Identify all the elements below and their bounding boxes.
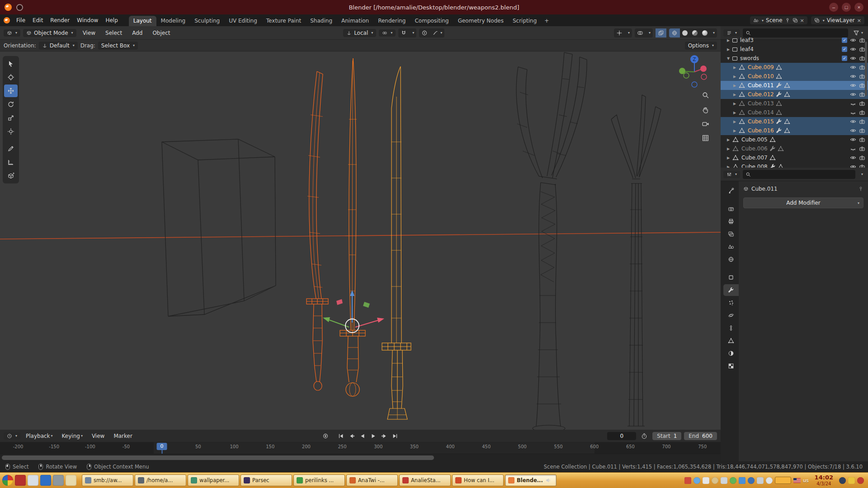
power-icon[interactable]	[857, 477, 864, 484]
disclosure-triangle[interactable]: ▶	[732, 75, 737, 79]
menu-edit[interactable]: Edit	[29, 16, 47, 25]
pin-scene-icon[interactable]	[785, 18, 790, 23]
eye-closed-icon[interactable]	[850, 145, 856, 152]
tab-layout[interactable]: Layout	[129, 16, 156, 26]
item-name[interactable]: Cube.009	[748, 64, 774, 70]
menu-help[interactable]: Help	[102, 16, 121, 25]
props-tab-constraints[interactable]	[723, 322, 739, 334]
camera-visibility-icon[interactable]	[859, 136, 865, 143]
menu-render[interactable]: Render	[47, 16, 73, 25]
toggle-xray-button[interactable]	[656, 28, 666, 38]
menu-playback[interactable]: Playback▾	[22, 432, 57, 441]
move-gizmo[interactable]	[323, 290, 384, 333]
timeline-scrollbar-thumb[interactable]	[2, 455, 434, 460]
wireframe-sword-left[interactable]	[307, 71, 328, 390]
camera-visibility-icon[interactable]	[859, 55, 865, 61]
clock[interactable]: 14:02 4/3/24	[815, 474, 833, 486]
proportional-editing-button[interactable]	[419, 28, 430, 38]
show-gizmos-button[interactable]	[614, 28, 625, 38]
transform-orientation-selector[interactable]: Local▾	[343, 29, 376, 37]
gizmo-plane-handle-x[interactable]	[336, 299, 343, 305]
tool-annotate[interactable]	[4, 142, 18, 155]
camera-visibility-icon[interactable]	[859, 109, 865, 116]
tray-network-icon[interactable]	[766, 477, 773, 484]
eye-closed-icon[interactable]	[850, 100, 856, 107]
keyboard-flag-icon[interactable]	[793, 478, 801, 483]
tool-measure[interactable]	[4, 156, 18, 169]
axis-neg-y-ball[interactable]	[684, 73, 689, 78]
props-tab-object[interactable]	[723, 272, 739, 283]
props-tab-physics[interactable]	[723, 310, 739, 321]
camera-visibility-icon[interactable]	[859, 82, 865, 89]
eye-open-icon[interactable]	[850, 91, 856, 98]
jump-to-end-button[interactable]	[390, 432, 400, 440]
outliner-row-cube-016[interactable]: ▶ Cube.016	[721, 126, 868, 135]
tool-select-box[interactable]	[4, 57, 18, 70]
collection-checkbox[interactable]	[842, 56, 847, 61]
launcher-1-icon[interactable]	[15, 475, 26, 486]
eye-open-icon[interactable]	[850, 64, 856, 70]
disclosure-triangle[interactable]: ▶	[726, 138, 731, 142]
taskbar-anatwi[interactable]: AnaTwi -...	[346, 474, 398, 486]
disclosure-triangle[interactable]: ▶	[732, 84, 737, 88]
outliner-row-cube-009[interactable]: ▶ Cube.009	[721, 63, 868, 72]
outliner-row-cube-007[interactable]: ▶ Cube.007	[721, 153, 868, 162]
properties-search-input[interactable]	[753, 171, 853, 178]
launcher-4-icon[interactable]	[53, 475, 64, 486]
tool-scale[interactable]	[4, 112, 18, 124]
jump-to-start-button[interactable]	[336, 432, 346, 440]
item-name[interactable]: leaf4	[740, 46, 754, 52]
options-dropdown[interactable]: Options▾	[685, 42, 717, 50]
tab-rendering[interactable]: Rendering	[373, 16, 410, 26]
props-tab-view-layer[interactable]	[723, 228, 739, 240]
item-name[interactable]: Cube.013	[748, 100, 774, 107]
taskbar-smb[interactable]: smb://aw...	[82, 474, 133, 486]
brightness-icon[interactable]	[848, 477, 855, 484]
outliner-row-cube-012[interactable]: ▶ Cube.012	[721, 90, 868, 99]
tab-geometry-nodes[interactable]: Geometry Nodes	[453, 16, 508, 26]
properties-search[interactable]	[743, 170, 855, 179]
shading-wireframe-button[interactable]	[669, 28, 680, 38]
outliner-row-swords[interactable]: ▼ swords	[721, 54, 868, 63]
use-preview-range-button[interactable]	[639, 432, 650, 441]
item-name[interactable]: Cube.015	[748, 118, 774, 125]
shading-solid-button[interactable]	[680, 29, 690, 37]
camera-visibility-icon[interactable]	[859, 91, 865, 98]
maximize-button[interactable]: □	[842, 3, 851, 12]
tab-add-workspace[interactable]: +	[541, 16, 552, 26]
camera-visibility-icon[interactable]	[859, 37, 865, 43]
add-modifier-button[interactable]: Add Modifier▾	[743, 197, 863, 208]
tool-transform[interactable]	[4, 125, 18, 138]
props-tab-scene[interactable]	[723, 241, 739, 253]
timeline-ruler[interactable]: -200 -150 -100 -50 0 50 100 150 200 250 …	[0, 442, 721, 454]
app-menu-icon[interactable]	[2, 475, 13, 486]
eye-closed-icon[interactable]	[850, 109, 856, 116]
gizmo-y-arrow[interactable]	[323, 317, 330, 322]
outliner-row-cube-006[interactable]: ▶ Cube.006	[721, 144, 868, 153]
collection-checkbox[interactable]	[842, 38, 847, 43]
camera-visibility-icon[interactable]	[859, 155, 865, 161]
mode-selector[interactable]: Object Mode▾	[23, 29, 76, 37]
axis-x-ball[interactable]	[700, 66, 707, 72]
editor-type-selector[interactable]: ▾	[4, 29, 20, 37]
keyboard-layout-label[interactable]: us	[803, 478, 809, 483]
disclosure-triangle[interactable]: ▶	[732, 111, 737, 115]
collection-checkbox[interactable]	[842, 47, 847, 52]
wireframe-sword-right[interactable]	[382, 66, 411, 419]
item-name[interactable]: Cube.016	[748, 127, 774, 134]
tool-rotate[interactable]	[4, 98, 18, 111]
eye-open-icon[interactable]	[850, 127, 856, 134]
camera-visibility-icon[interactable]	[859, 100, 865, 107]
camera-view-icon[interactable]	[703, 122, 708, 126]
tray-download-icon[interactable]	[739, 477, 745, 484]
eye-open-icon[interactable]	[850, 118, 856, 125]
timeline-scrollbar[interactable]	[0, 454, 721, 461]
eye-open-icon[interactable]	[850, 155, 856, 161]
disclosure-triangle[interactable]: ▶	[726, 156, 731, 160]
eye-open-icon[interactable]	[850, 82, 856, 89]
outliner-row-cube-013[interactable]: ▶ Cube.013	[721, 99, 868, 108]
menu-timeline-view[interactable]: View▾	[88, 432, 108, 441]
camera-visibility-icon[interactable]	[859, 164, 865, 168]
item-name[interactable]: Cube.010	[748, 73, 774, 80]
pan-control-icon[interactable]	[703, 108, 708, 113]
